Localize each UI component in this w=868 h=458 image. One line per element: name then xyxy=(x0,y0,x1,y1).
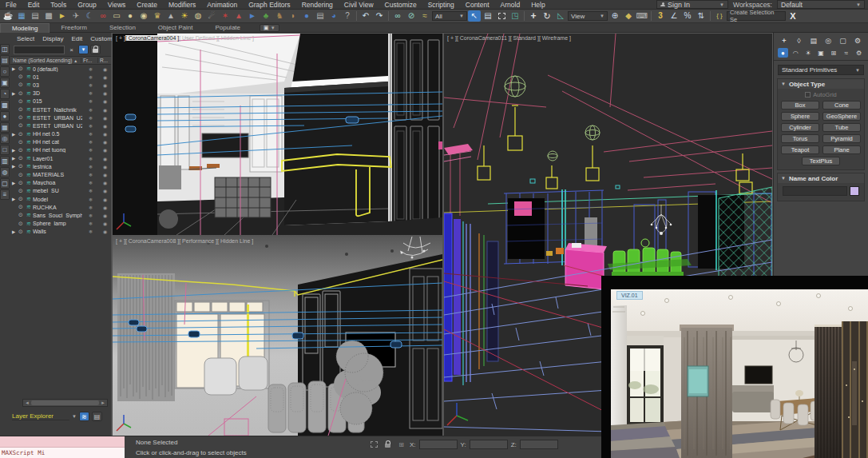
render-toggle-icon[interactable]: ◉ xyxy=(99,82,111,88)
percent-snap-icon[interactable]: % xyxy=(681,10,694,22)
ribbon-tab-populate[interactable]: Populate xyxy=(204,23,252,33)
visibility-eye-icon[interactable]: ⊙ xyxy=(17,131,25,137)
lock-icon[interactable] xyxy=(90,45,101,54)
create-tab-icon[interactable]: + xyxy=(779,35,790,46)
object-name-field[interactable] xyxy=(783,186,847,196)
menu-item[interactable]: Group xyxy=(72,1,102,9)
systems-category-icon[interactable]: ⚙ xyxy=(854,48,864,58)
layer-row[interactable]: ▶ ⊙ ≋ Walls ❄ ◉ xyxy=(10,228,111,235)
display-tab-icon[interactable]: ▢ xyxy=(838,35,849,46)
expand-arrow-icon[interactable]: ▶ xyxy=(10,132,17,137)
autogrid-checkbox[interactable] xyxy=(805,92,811,98)
visibility-eye-icon[interactable]: ⊙ xyxy=(17,122,25,129)
layer-row[interactable]: ▶ ⊙ ≋ 03 ❄ ◉ xyxy=(10,81,111,89)
viewport-menu-plus[interactable]: [ + ] xyxy=(116,238,125,244)
toolbar-icon[interactable]: ◉ xyxy=(137,10,150,22)
visibility-eye-icon[interactable]: ⊙ xyxy=(17,139,25,145)
viewport-bottom-left[interactable]: [ + ][ CoronaCamera008 ][ Performance ][… xyxy=(113,237,442,436)
primitive-button[interactable]: Box xyxy=(781,101,819,110)
object-color-swatch[interactable] xyxy=(850,186,859,196)
explorer-filter-icon[interactable]: ≡ xyxy=(0,189,10,200)
move-icon[interactable]: + xyxy=(527,10,540,22)
menu-item[interactable]: Modifiers xyxy=(163,1,201,9)
rect-selection-region-icon[interactable] xyxy=(495,10,508,22)
menu-item[interactable]: Help xyxy=(525,1,550,9)
visibility-eye-icon[interactable]: ⊙ xyxy=(17,90,25,97)
render-toggle-icon[interactable]: ◉ xyxy=(99,188,111,193)
frozen-toggle-icon[interactable]: ❄ xyxy=(82,98,99,104)
frozen-toggle-icon[interactable]: ❄ xyxy=(82,139,99,145)
helpers-category-icon[interactable]: ⊞ xyxy=(828,48,838,58)
toolbar-icon[interactable]: ♞ xyxy=(273,10,286,22)
toolbar-icon[interactable]: ▭ xyxy=(110,10,123,22)
frozen-toggle-icon[interactable]: ❄ xyxy=(82,66,99,72)
select-manipulate-icon[interactable]: ◆ xyxy=(622,10,635,22)
maxscript-white-line[interactable]: MAXScript Mi xyxy=(0,448,125,458)
expand-arrow-icon[interactable]: ▶ xyxy=(10,181,17,185)
toolbar-icon[interactable]: ► xyxy=(246,10,259,22)
select-link-icon[interactable]: ∞ xyxy=(391,10,404,22)
visibility-eye-icon[interactable]: ⊙ xyxy=(17,82,25,88)
visibility-eye-icon[interactable]: ⊙ xyxy=(17,163,25,169)
explorer-filter-icon[interactable]: ● xyxy=(0,111,10,121)
geometry-category-dropdown[interactable]: Standard Primitives ▼ xyxy=(778,65,864,75)
visibility-eye-icon[interactable]: ⊙ xyxy=(17,188,25,194)
layer-row[interactable]: ▶ ⊙ ≋ ESTET_URBAN_U20 ❄ ◉ xyxy=(10,114,111,121)
absolute-offset-toggle-icon[interactable]: ⊞ xyxy=(396,440,406,449)
use-pivot-icon[interactable]: ⊕ xyxy=(608,10,621,22)
toolbar-icon[interactable]: ☀ xyxy=(178,10,191,22)
render-toggle-icon[interactable]: ◉ xyxy=(99,107,111,113)
explorer-filter-icon[interactable]: ▢ xyxy=(0,178,10,189)
render-toggle-icon[interactable]: ◉ xyxy=(99,74,111,80)
shapes-category-icon[interactable]: ◠ xyxy=(791,48,801,58)
scale-icon[interactable]: ◺ xyxy=(554,10,567,22)
select-object-icon[interactable]: ↖ xyxy=(468,10,481,22)
layer-row[interactable]: ▶ ⊙ ≋ HH net cat ❄ ◉ xyxy=(10,138,111,146)
menu-item[interactable]: Create xyxy=(131,1,163,9)
layer-row[interactable]: ▶ ⊙ ≋ Layer01 ❄ ◉ xyxy=(10,154,111,162)
clear-search-icon[interactable]: × xyxy=(66,45,77,54)
render-toggle-icon[interactable]: ◉ xyxy=(99,221,111,226)
viewport-preset-label[interactable]: [ User Defined ] xyxy=(179,35,218,41)
named-selection-set-field[interactable]: Create Selection Se xyxy=(727,11,786,21)
layer-row[interactable]: ▶ ⊙ ≋ RUCHKA ❄ ◉ xyxy=(10,203,111,211)
render-toggle-icon[interactable]: ◉ xyxy=(99,156,111,161)
render-toggle-icon[interactable]: ◉ xyxy=(99,139,111,145)
toolbar-icon[interactable]: ☄ xyxy=(205,10,218,22)
isolate-selection-icon[interactable] xyxy=(369,440,379,449)
expand-arrow-icon[interactable]: ▶ xyxy=(10,91,17,96)
explorer-filter-icon[interactable]: ◔ xyxy=(0,89,10,99)
explorer-filter-icon[interactable]: ▩ xyxy=(0,100,10,110)
render-toggle-icon[interactable]: ◉ xyxy=(99,90,111,96)
viewport-preset-label[interactable]: [ Standard ] xyxy=(510,35,539,41)
frozen-toggle-icon[interactable]: ❄ xyxy=(82,221,99,226)
selection-filter-dropdown[interactable]: All ▼ xyxy=(432,11,467,21)
toolbar-icon[interactable]: ► xyxy=(56,10,69,22)
frozen-toggle-icon[interactable]: ❄ xyxy=(82,229,99,234)
column-frozen[interactable]: Fr... xyxy=(81,58,98,63)
bind-spacewarp-icon[interactable]: ≈ xyxy=(418,10,431,22)
explorer-menu-item[interactable]: Edit xyxy=(68,35,85,42)
menu-item[interactable]: Graph Editors xyxy=(243,1,295,9)
render-toggle-icon[interactable]: ◉ xyxy=(99,147,111,153)
layer-row[interactable]: ▶ ⊙ ≋ HH net tuong ❄ ◉ xyxy=(10,146,111,154)
primitive-button[interactable]: Torus xyxy=(781,134,819,143)
unlink-icon[interactable]: ⊘ xyxy=(405,10,418,22)
visibility-eye-icon[interactable]: ⊙ xyxy=(17,172,25,178)
render-toggle-icon[interactable]: ◉ xyxy=(99,164,111,169)
toolbar-icon[interactable]: ● xyxy=(124,10,137,22)
frozen-toggle-icon[interactable]: ❄ xyxy=(82,131,99,137)
toolbar-icon[interactable]: ▲ xyxy=(164,10,177,22)
explorer-filter-icon[interactable]: □ xyxy=(0,145,10,155)
primitive-button[interactable]: Tube xyxy=(822,123,861,132)
primitive-button[interactable]: Plane xyxy=(822,145,861,154)
viewport-preset-label[interactable]: [ Performance ] xyxy=(179,238,217,244)
explorer-menu-item[interactable]: Display xyxy=(39,35,66,42)
visibility-eye-icon[interactable]: ⊙ xyxy=(17,114,25,121)
layer-row[interactable]: ▶ ⊙ ≋ mebel_SU ❄ ◉ xyxy=(10,187,111,195)
layer-row[interactable]: ▶ ⊙ ≋ lestnica ❄ ◉ xyxy=(10,162,111,170)
toolbar-icon[interactable]: ✶ xyxy=(219,10,232,22)
toolbar-icon[interactable]: ? xyxy=(341,10,354,22)
frozen-toggle-icon[interactable]: ❄ xyxy=(82,188,99,193)
render-toggle-icon[interactable]: ◉ xyxy=(99,123,111,129)
